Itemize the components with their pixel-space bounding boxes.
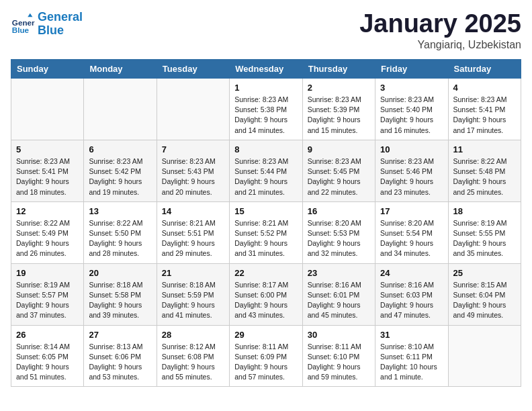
calendar-day-cell: 3Sunrise: 8:23 AMSunset: 5:40 PMDaylight… xyxy=(375,79,448,140)
day-info: Sunrise: 8:20 AMSunset: 5:54 PMDaylight:… xyxy=(380,218,443,259)
calendar-week-row: 1Sunrise: 8:23 AMSunset: 5:38 PMDaylight… xyxy=(11,79,521,140)
weekday-header: Monday xyxy=(84,60,157,79)
day-number: 16 xyxy=(308,206,370,216)
empty-calendar-cell xyxy=(448,325,521,387)
weekday-header: Friday xyxy=(375,60,448,79)
calendar-day-cell: 8Sunrise: 8:23 AMSunset: 5:44 PMDaylight… xyxy=(230,140,302,201)
svg-marker-2 xyxy=(28,13,32,17)
calendar-day-cell: 7Sunrise: 8:23 AMSunset: 5:43 PMDaylight… xyxy=(157,140,229,201)
day-info: Sunrise: 8:13 AMSunset: 6:06 PMDaylight:… xyxy=(89,342,151,383)
calendar-day-cell: 9Sunrise: 8:23 AMSunset: 5:45 PMDaylight… xyxy=(302,140,375,201)
day-info: Sunrise: 8:23 AMSunset: 5:40 PMDaylight:… xyxy=(380,95,443,136)
day-number: 9 xyxy=(308,144,370,154)
calendar-day-cell: 24Sunrise: 8:16 AMSunset: 6:03 PMDayligh… xyxy=(375,263,448,325)
day-number: 4 xyxy=(453,83,516,93)
calendar-week-row: 12Sunrise: 8:22 AMSunset: 5:49 PMDayligh… xyxy=(11,201,521,263)
day-number: 3 xyxy=(380,83,443,93)
calendar-day-cell: 27Sunrise: 8:13 AMSunset: 6:06 PMDayligh… xyxy=(84,325,157,387)
day-number: 27 xyxy=(89,330,151,340)
day-number: 10 xyxy=(380,144,443,154)
day-number: 1 xyxy=(234,83,297,93)
calendar-day-cell: 28Sunrise: 8:12 AMSunset: 6:08 PMDayligh… xyxy=(157,325,229,387)
day-number: 2 xyxy=(308,83,370,93)
logo-icon: General Blue xyxy=(11,12,35,36)
day-number: 17 xyxy=(380,206,443,216)
weekday-header: Tuesday xyxy=(157,60,229,79)
day-info: Sunrise: 8:20 AMSunset: 5:53 PMDaylight:… xyxy=(308,218,370,259)
day-number: 13 xyxy=(89,206,151,216)
calendar-day-cell: 10Sunrise: 8:23 AMSunset: 5:46 PMDayligh… xyxy=(375,140,448,201)
weekday-header: Sunday xyxy=(11,60,84,79)
day-number: 12 xyxy=(16,206,79,216)
day-info: Sunrise: 8:23 AMSunset: 5:42 PMDaylight:… xyxy=(89,156,151,197)
day-info: Sunrise: 8:23 AMSunset: 5:43 PMDaylight:… xyxy=(162,156,224,197)
day-number: 23 xyxy=(308,268,370,278)
empty-calendar-cell xyxy=(157,79,229,140)
day-info: Sunrise: 8:16 AMSunset: 6:01 PMDaylight:… xyxy=(308,280,370,321)
logo: General Blue GeneralBlue xyxy=(11,11,83,38)
day-info: Sunrise: 8:19 AMSunset: 5:57 PMDaylight:… xyxy=(16,280,79,321)
calendar-day-cell: 25Sunrise: 8:15 AMSunset: 6:04 PMDayligh… xyxy=(448,263,521,325)
day-number: 31 xyxy=(380,330,443,340)
page-header: General Blue GeneralBlue January 2025 Ya… xyxy=(11,11,521,51)
day-info: Sunrise: 8:21 AMSunset: 5:51 PMDaylight:… xyxy=(162,218,224,259)
calendar-week-row: 5Sunrise: 8:23 AMSunset: 5:41 PMDaylight… xyxy=(11,140,521,201)
day-number: 28 xyxy=(162,330,224,340)
calendar-day-cell: 26Sunrise: 8:14 AMSunset: 6:05 PMDayligh… xyxy=(11,325,84,387)
empty-calendar-cell xyxy=(84,79,157,140)
calendar-day-cell: 17Sunrise: 8:20 AMSunset: 5:54 PMDayligh… xyxy=(375,201,448,263)
calendar-day-cell: 15Sunrise: 8:21 AMSunset: 5:52 PMDayligh… xyxy=(230,201,302,263)
calendar-day-cell: 13Sunrise: 8:22 AMSunset: 5:50 PMDayligh… xyxy=(84,201,157,263)
calendar-day-cell: 12Sunrise: 8:22 AMSunset: 5:49 PMDayligh… xyxy=(11,201,84,263)
month-title: January 2025 xyxy=(359,11,521,36)
calendar-day-cell: 11Sunrise: 8:22 AMSunset: 5:48 PMDayligh… xyxy=(448,140,521,201)
calendar-table: SundayMondayTuesdayWednesdayThursdayFrid… xyxy=(11,59,521,387)
day-number: 19 xyxy=(16,268,79,278)
logo-text: GeneralBlue xyxy=(38,11,83,38)
day-info: Sunrise: 8:23 AMSunset: 5:41 PMDaylight:… xyxy=(16,156,79,197)
day-number: 15 xyxy=(234,206,297,216)
calendar-day-cell: 19Sunrise: 8:19 AMSunset: 5:57 PMDayligh… xyxy=(11,263,84,325)
calendar-day-cell: 29Sunrise: 8:11 AMSunset: 6:09 PMDayligh… xyxy=(230,325,302,387)
day-number: 29 xyxy=(234,330,297,340)
day-info: Sunrise: 8:15 AMSunset: 6:04 PMDaylight:… xyxy=(453,280,516,321)
calendar-day-cell: 14Sunrise: 8:21 AMSunset: 5:51 PMDayligh… xyxy=(157,201,229,263)
calendar-header: SundayMondayTuesdayWednesdayThursdayFrid… xyxy=(11,60,521,79)
day-number: 26 xyxy=(16,330,79,340)
empty-calendar-cell xyxy=(11,79,84,140)
day-info: Sunrise: 8:18 AMSunset: 5:59 PMDaylight:… xyxy=(162,280,224,321)
weekday-header: Saturday xyxy=(448,60,521,79)
day-info: Sunrise: 8:23 AMSunset: 5:44 PMDaylight:… xyxy=(234,156,297,197)
day-info: Sunrise: 8:10 AMSunset: 6:11 PMDaylight:… xyxy=(380,342,443,383)
day-number: 7 xyxy=(162,144,224,154)
day-info: Sunrise: 8:11 AMSunset: 6:09 PMDaylight:… xyxy=(234,342,297,383)
calendar-day-cell: 4Sunrise: 8:23 AMSunset: 5:41 PMDaylight… xyxy=(448,79,521,140)
weekday-header: Wednesday xyxy=(230,60,302,79)
day-info: Sunrise: 8:22 AMSunset: 5:49 PMDaylight:… xyxy=(16,218,79,259)
day-info: Sunrise: 8:18 AMSunset: 5:58 PMDaylight:… xyxy=(89,280,151,321)
day-info: Sunrise: 8:17 AMSunset: 6:00 PMDaylight:… xyxy=(234,280,297,321)
day-info: Sunrise: 8:19 AMSunset: 5:55 PMDaylight:… xyxy=(453,218,516,259)
day-number: 24 xyxy=(380,268,443,278)
day-info: Sunrise: 8:22 AMSunset: 5:50 PMDaylight:… xyxy=(89,218,151,259)
day-number: 20 xyxy=(89,268,151,278)
calendar-day-cell: 1Sunrise: 8:23 AMSunset: 5:38 PMDaylight… xyxy=(230,79,302,140)
day-number: 30 xyxy=(308,330,370,340)
calendar-day-cell: 2Sunrise: 8:23 AMSunset: 5:39 PMDaylight… xyxy=(302,79,375,140)
calendar-day-cell: 16Sunrise: 8:20 AMSunset: 5:53 PMDayligh… xyxy=(302,201,375,263)
day-info: Sunrise: 8:16 AMSunset: 6:03 PMDaylight:… xyxy=(380,280,443,321)
day-number: 14 xyxy=(162,206,224,216)
day-number: 18 xyxy=(453,206,516,216)
calendar-week-row: 26Sunrise: 8:14 AMSunset: 6:05 PMDayligh… xyxy=(11,325,521,387)
day-number: 5 xyxy=(16,144,79,154)
calendar-day-cell: 30Sunrise: 8:11 AMSunset: 6:10 PMDayligh… xyxy=(302,325,375,387)
day-info: Sunrise: 8:23 AMSunset: 5:45 PMDaylight:… xyxy=(308,156,370,197)
calendar-day-cell: 18Sunrise: 8:19 AMSunset: 5:55 PMDayligh… xyxy=(448,201,521,263)
location-subtitle: Yangiariq, Uzbekistan xyxy=(359,39,521,51)
svg-text:Blue: Blue xyxy=(12,25,30,34)
calendar-day-cell: 20Sunrise: 8:18 AMSunset: 5:58 PMDayligh… xyxy=(84,263,157,325)
calendar-week-row: 19Sunrise: 8:19 AMSunset: 5:57 PMDayligh… xyxy=(11,263,521,325)
weekday-header: Thursday xyxy=(302,60,375,79)
calendar-body: 1Sunrise: 8:23 AMSunset: 5:38 PMDaylight… xyxy=(11,79,521,387)
calendar-day-cell: 31Sunrise: 8:10 AMSunset: 6:11 PMDayligh… xyxy=(375,325,448,387)
